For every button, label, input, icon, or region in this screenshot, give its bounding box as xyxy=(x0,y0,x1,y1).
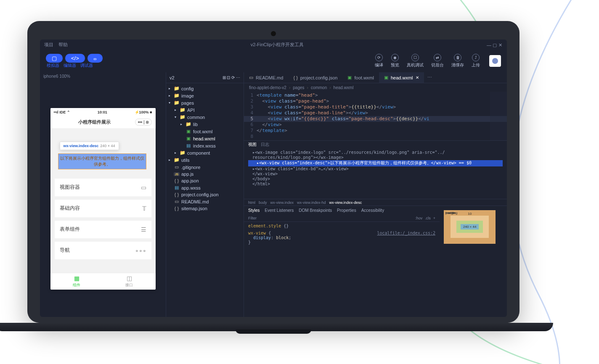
tree-node[interactable]: { }sitemap.json xyxy=(166,205,244,212)
tree-node[interactable]: ▤app.wxss xyxy=(166,184,244,191)
phone-preview[interactable]: ••ıl IDE ⌃ 10:01 ⚡100% ■ 小程序组件展示 ••• | ⊗ xyxy=(50,108,156,290)
window-controls[interactable]: —▢✕ xyxy=(487,42,503,47)
explorer-root[interactable]: v2 xyxy=(170,75,175,80)
mode-editor-button[interactable]: </> xyxy=(65,54,85,63)
tree-node[interactable]: ▣foot.wxml xyxy=(166,128,244,135)
styles-tab[interactable]: Accessibility xyxy=(361,208,384,213)
toolbar: ▢ </> ⏛ 模拟器 编辑器 调试器 ⟳编译◉预览☐真机调试⇄切后台🗑清缓存⤴… xyxy=(40,50,507,72)
action-上传[interactable]: ⤴上传 xyxy=(472,54,480,68)
mode-debugger-button[interactable]: ⏛ xyxy=(87,54,103,63)
dom-crumb[interactable]: html xyxy=(248,200,255,205)
device-label[interactable]: iphone6 100% xyxy=(40,72,166,80)
styles-filter[interactable]: Filter xyxy=(248,216,257,220)
breadcrumb-item[interactable]: fino-applet-demo-v2 xyxy=(249,85,286,90)
styles-tab[interactable]: Event Listeners xyxy=(265,208,294,213)
inspect-highlight: 以下将展示小程序官方组件能力，组件样式仅供参考。 xyxy=(58,153,146,169)
elements-panel[interactable]: ▸<wx-image class="index-logo" src="../re… xyxy=(244,148,507,199)
menu-help[interactable]: 帮助 xyxy=(58,42,68,48)
editor-tab[interactable]: ▣head.wxml✕ xyxy=(379,72,424,83)
tree-node[interactable]: ▸📁image xyxy=(166,92,244,99)
list-item[interactable]: 基础内容𝕋 xyxy=(55,200,151,217)
minimap[interactable] xyxy=(490,92,507,140)
dom-crumb[interactable]: wx-view.index-hd xyxy=(297,200,326,205)
action-预览[interactable]: ◉预览 xyxy=(391,54,399,68)
list-item[interactable]: 表单组件☰ xyxy=(55,221,151,238)
tree-node[interactable]: { }app.json xyxy=(166,177,244,184)
dom-crumb[interactable]: wx-view.index xyxy=(270,200,294,205)
file-explorer: v2 ⊞ ⊡ ⟳ ⋯ ▸📁config▸📁image▾📁pages▸📁API▾📁… xyxy=(166,72,244,317)
devtools-tab-view[interactable]: 视图 xyxy=(248,142,257,148)
tree-node[interactable]: ▣head.wxml xyxy=(166,135,244,142)
devtools: 视图 日志 ▸<wx-image class="index-logo" src=… xyxy=(244,140,507,271)
editor-tab[interactable]: ▭README.md xyxy=(244,72,288,83)
breadcrumb-item[interactable]: pages xyxy=(293,85,304,90)
tree-node[interactable]: JSapp.js xyxy=(166,171,244,177)
dom-crumb[interactable]: body xyxy=(259,200,267,205)
styles-tab[interactable]: DOM Breakpoints xyxy=(299,208,332,213)
inspect-tooltip: wx-view.index-desc240 × 44 xyxy=(60,142,119,150)
tree-node[interactable]: ▾📁common xyxy=(166,113,244,121)
tree-node[interactable]: ▸📁API xyxy=(166,106,244,113)
editor-panel: ▭README.md{ }project.config.json▣foot.wx… xyxy=(244,72,507,317)
capsule-menu[interactable]: ••• | ⊗ xyxy=(135,119,152,126)
breadcrumb-item[interactable]: common xyxy=(311,85,327,90)
app-title: 小程序组件展示 xyxy=(78,119,111,125)
menubar: 项目 帮助 v2-FinClip小程序开发工具 —▢✕ xyxy=(40,40,507,50)
tabbar-item[interactable]: ▦组件 xyxy=(50,273,103,290)
laptop-frame: 项目 帮助 v2-FinClip小程序开发工具 —▢✕ ▢ </> ⏛ xyxy=(27,21,519,334)
tree-node[interactable]: { }project.config.json xyxy=(166,191,244,198)
tabbar-item[interactable]: ◫接口 xyxy=(103,273,156,290)
editor-tab[interactable]: { }project.config.json xyxy=(288,72,342,83)
styles-tab[interactable]: Properties xyxy=(337,208,356,213)
editor-tab[interactable]: ▣foot.wxml xyxy=(342,72,379,83)
action-切后台[interactable]: ⇄切后台 xyxy=(431,54,444,68)
dom-crumb[interactable]: wx-view.index-desc xyxy=(329,200,362,205)
breadcrumb-item[interactable]: head.wxml xyxy=(334,85,354,90)
tree-node[interactable]: ▤index.wxss xyxy=(166,142,244,149)
tree-node[interactable]: ▭.gitignore xyxy=(166,164,244,171)
tree-node[interactable]: ▾📁pages xyxy=(166,99,244,106)
menu-project[interactable]: 项目 xyxy=(44,42,53,48)
tree-node[interactable]: ▭README.md xyxy=(166,198,244,205)
action-真机调试[interactable]: ☐真机调试 xyxy=(407,54,424,68)
devtools-tab-log[interactable]: 日志 xyxy=(261,142,269,148)
window-title: v2-FinClip小程序开发工具 xyxy=(251,42,304,48)
mode-simulator-button[interactable]: ▢ xyxy=(46,54,63,63)
ide-screen: 项目 帮助 v2-FinClip小程序开发工具 —▢✕ ▢ </> ⏛ xyxy=(40,40,507,317)
list-item[interactable]: 视图容器▭ xyxy=(55,179,151,196)
styles-tab[interactable]: Styles xyxy=(248,208,260,213)
tree-node[interactable]: ▸📁component xyxy=(166,149,244,156)
action-编译[interactable]: ⟳编译 xyxy=(375,54,383,68)
box-model: margin 10 border padding 240 × 44 xyxy=(440,206,507,271)
styles-body[interactable]: element.style {}</span><span class="css-… xyxy=(244,222,440,271)
avatar[interactable] xyxy=(489,55,501,67)
list-item[interactable]: 导航∘∘∘ xyxy=(55,242,151,259)
action-buttons: ⟳编译◉预览☐真机调试⇄切后台🗑清缓存⤴上传 xyxy=(375,54,480,68)
simulator-panel: iphone6 100% ••ıl IDE ⌃ 10:01 ⚡100% ■ 小程… xyxy=(40,72,166,317)
tree-node[interactable]: ▸📁utils xyxy=(166,156,244,164)
tree-node[interactable]: ▸📁lib xyxy=(166,121,244,128)
tabs-more[interactable]: ⋯ xyxy=(424,75,435,80)
code-editor[interactable]: 1<template name="head">2 <view class="pa… xyxy=(244,92,507,140)
action-清缓存[interactable]: 🗑清缓存 xyxy=(451,54,464,68)
tree-node[interactable]: ▸📁config xyxy=(166,85,244,92)
